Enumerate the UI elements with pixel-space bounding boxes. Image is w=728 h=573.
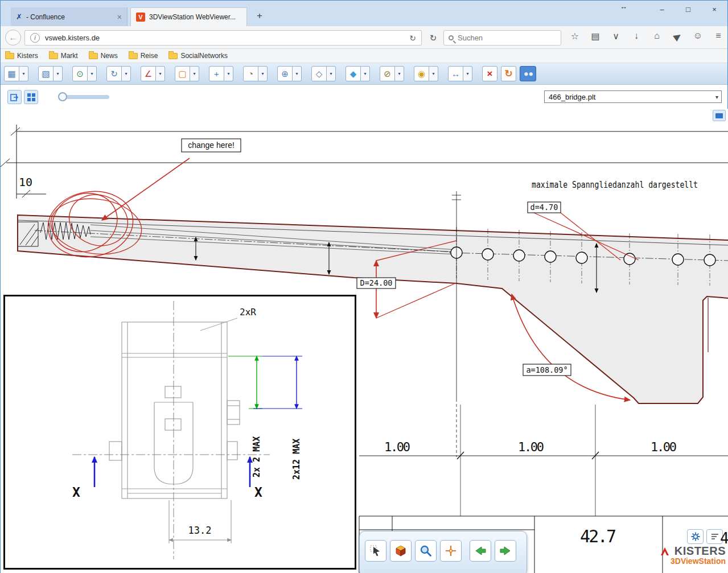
- dropdown-arrow-icon[interactable]: ▾: [190, 66, 199, 81]
- tab-label: - Confluence: [26, 13, 113, 21]
- bookmarks-menu-icon[interactable]: ▤: [590, 31, 601, 42]
- grid-layout-button[interactable]: [24, 90, 38, 104]
- dropdown-arrow-icon[interactable]: ▾: [327, 66, 336, 81]
- window-controls: – □ ×: [649, 1, 727, 18]
- transform-tool-icon[interactable]: ↔: [448, 66, 463, 81]
- gear-icon: [690, 531, 701, 542]
- bookmark-folder-reise[interactable]: Reise: [129, 52, 158, 60]
- section-cut-tool-icon[interactable]: ⊘: [380, 66, 395, 81]
- brand-product: 3DViewStation: [631, 556, 726, 566]
- bookmark-folder-kisters[interactable]: Kisters: [5, 52, 38, 60]
- tool-group-magnet: ⊙▾: [72, 66, 97, 81]
- tool-group-fit-view: +▾: [209, 66, 233, 81]
- search-input[interactable]: [458, 34, 556, 42]
- render-mode-tool-icon[interactable]: ◉: [414, 66, 429, 81]
- popout-view-button[interactable]: [713, 110, 726, 121]
- select-cursor-button[interactable]: [365, 540, 386, 562]
- bookmark-folder-markt[interactable]: Markt: [49, 52, 78, 60]
- tool-group-section-cut: ⊘▾: [380, 66, 404, 81]
- dropdown-arrow-icon[interactable]: ▾: [54, 66, 63, 81]
- dropdown-arrow-icon[interactable]: ▾: [463, 66, 472, 81]
- explode-slider-track[interactable]: [65, 95, 109, 99]
- site-info-icon[interactable]: i: [30, 33, 40, 43]
- new-tab-button[interactable]: +: [252, 9, 268, 23]
- tool-group-render-mode: ◉▾: [414, 66, 438, 81]
- fit-view-tool-icon[interactable]: +: [209, 66, 224, 81]
- model-parts-button[interactable]: [390, 540, 412, 562]
- dropdown-arrow-icon[interactable]: ▾: [224, 66, 233, 81]
- close-model-button[interactable]: ×: [482, 66, 497, 81]
- zoom-rect-button[interactable]: [415, 540, 437, 562]
- explode-slider-knob[interactable]: [58, 92, 67, 101]
- user-session-button[interactable]: ☻☻: [520, 66, 536, 81]
- back-button[interactable]: ←: [5, 30, 21, 46]
- pan-button[interactable]: [440, 540, 462, 562]
- close-icon: ×: [487, 68, 493, 80]
- tab-confluence[interactable]: ✗ - Confluence ×: [11, 7, 127, 26]
- url-text[interactable]: vsweb.kisters.de: [45, 34, 404, 42]
- dropdown-arrow-icon[interactable]: ▾: [429, 66, 438, 81]
- zoom-tool-icon[interactable]: ⊕: [277, 66, 293, 81]
- settings-button[interactable]: [687, 529, 704, 544]
- crosshair-icon: [445, 545, 457, 557]
- protractor-tool-icon[interactable]: ◔: [243, 66, 258, 81]
- dropdown-arrow-icon[interactable]: ▾: [19, 66, 28, 81]
- bookmark-folder-socialnetworks[interactable]: SocialNetworks: [168, 52, 228, 60]
- reload-button[interactable]: ↻: [426, 31, 440, 45]
- selection-tool-icon[interactable]: ▦: [4, 66, 19, 81]
- magnet-tool-icon[interactable]: ⊙: [72, 66, 88, 81]
- change-note-label: change here!: [188, 141, 235, 150]
- spacing-dimension-label: 1.00: [518, 440, 544, 454]
- menu-icon[interactable]: ≡: [713, 31, 724, 42]
- reload-icon[interactable]: ↻: [409, 34, 416, 43]
- view-layout-tool-icon[interactable]: ▧: [38, 66, 54, 81]
- section-plane-tool-icon[interactable]: ◆: [346, 66, 361, 81]
- send-icon[interactable]: ▶: [669, 28, 685, 44]
- bookmark-folder-news[interactable]: News: [89, 52, 118, 60]
- dropdown-arrow-icon[interactable]: ▾: [258, 66, 268, 81]
- hole-diameter-label: d=4.70: [530, 203, 558, 212]
- model-file-select[interactable]: 466_bridge.plt ▾: [544, 90, 722, 103]
- bookmark-label: News: [101, 52, 118, 60]
- views-tool-icon[interactable]: ◇: [311, 66, 327, 81]
- minimize-button[interactable]: –: [649, 1, 675, 18]
- green-dimension-label: 2x 2 MAX: [252, 436, 262, 477]
- titlebar: ✗ - Confluence × V 3DViewStation WebView…: [1, 1, 727, 26]
- clipping-box-tool-icon[interactable]: ▢: [175, 66, 190, 81]
- bookmark-label: Markt: [61, 52, 78, 60]
- chevron-down-icon: ▾: [715, 94, 720, 100]
- rotate-tool-icon[interactable]: ↻: [106, 66, 122, 81]
- next-view-button[interactable]: [495, 540, 516, 562]
- feedback-smiley-icon[interactable]: ☺: [692, 31, 704, 42]
- anchor-detail-drawing: 2xR 2x 2 MAX 2x12 MAX: [5, 296, 355, 568]
- drawing-canvas[interactable]: 10: [1, 109, 728, 573]
- dropdown-arrow-icon[interactable]: ▾: [122, 66, 131, 81]
- pocket-icon[interactable]: ∨: [610, 31, 622, 42]
- maximize-button[interactable]: □: [675, 1, 701, 18]
- title-block-value: 42.7: [580, 526, 616, 546]
- import-view-button[interactable]: [7, 90, 22, 104]
- measure-angle-tool-icon[interactable]: ∠: [141, 66, 156, 81]
- reload-model-button[interactable]: ↻: [501, 66, 516, 81]
- dropdown-arrow-icon[interactable]: ▾: [156, 66, 165, 81]
- dropdown-arrow-icon[interactable]: ▾: [293, 66, 302, 81]
- tab-close-icon[interactable]: ×: [117, 13, 122, 22]
- users-icon: ☻☻: [523, 71, 533, 77]
- dropdown-arrow-icon[interactable]: ▾: [361, 66, 370, 81]
- url-bar[interactable]: i vsweb.kisters.de ↻: [24, 30, 422, 46]
- blue-dimension: [253, 356, 302, 409]
- dropdown-arrow-icon[interactable]: ▾: [88, 66, 97, 81]
- brand-company: KISTERS: [674, 545, 726, 558]
- tab-3dviewstation[interactable]: V 3DViewStation WebViewer...: [130, 7, 247, 26]
- folder-icon: [49, 53, 58, 59]
- bookmark-star-icon[interactable]: ☆: [569, 31, 581, 42]
- blue-dimension-label: 2x12 MAX: [291, 439, 302, 480]
- navigation-bar: ← i vsweb.kisters.de ↻ ↻ ☆ ▤ ∨ ↓ ⌂ ▶ ☺ ≡: [1, 26, 727, 49]
- previous-view-button[interactable]: [470, 540, 491, 562]
- home-icon[interactable]: ⌂: [651, 31, 663, 42]
- close-button[interactable]: ×: [701, 1, 727, 18]
- search-box[interactable]: [443, 30, 561, 46]
- downloads-icon[interactable]: ↓: [631, 31, 642, 42]
- arrow-right-icon: [499, 545, 512, 557]
- dropdown-arrow-icon[interactable]: ▾: [395, 66, 404, 81]
